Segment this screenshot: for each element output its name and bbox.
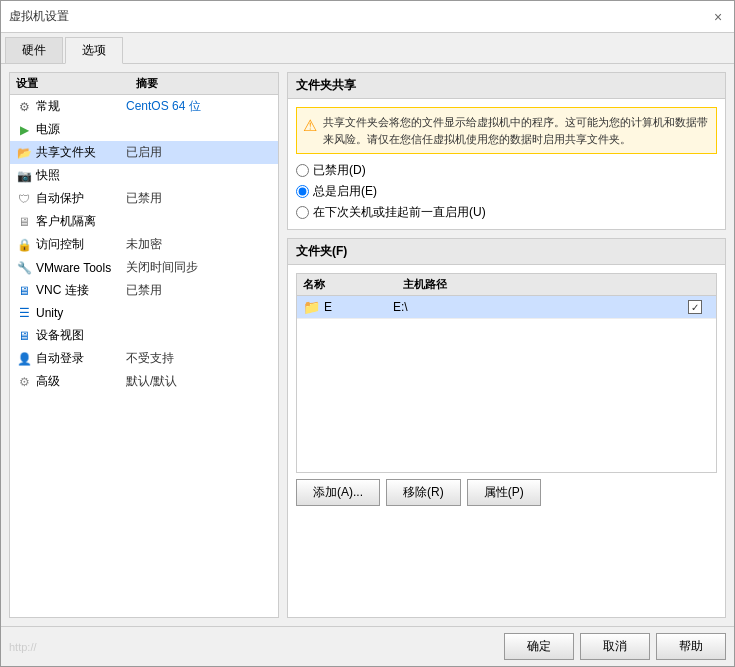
- file-sharing-section: 文件夹共享 ⚠ 共享文件夹会将您的文件显示给虚拟机中的程序。这可能为您的计算机和…: [287, 72, 726, 230]
- confirm-button[interactable]: 确定: [504, 633, 574, 660]
- devices-icon: 🖥: [16, 328, 32, 344]
- file-sharing-content: ⚠ 共享文件夹会将您的文件显示给虚拟机中的程序。这可能为您的计算机和数据带来风险…: [288, 99, 725, 229]
- access-icon: 🔒: [16, 237, 32, 253]
- sidebar-item-advanced[interactable]: ⚙高级默认/默认: [10, 370, 278, 393]
- general-icon: ⚙: [16, 99, 32, 115]
- folder-path: E:\: [393, 300, 680, 314]
- option-disabled-label: 已禁用(D): [313, 162, 366, 179]
- sidebar-item-label-vnc: VNC 连接: [36, 282, 126, 299]
- advanced-icon: ⚙: [16, 374, 32, 390]
- bottom-bar: http:// 确定 取消 帮助: [1, 626, 734, 666]
- sharing-options: 已禁用(D) 总是启用(E) 在下次关机或挂起前一直启用(U): [296, 162, 717, 221]
- folder-section: 文件夹(F) 名称 主机路径 📁EE:\✓ 添加(A)... 移除(R) 属性(: [287, 238, 726, 618]
- sidebar-item-summary-vnc: 已禁用: [126, 282, 272, 299]
- sidebar-item-label-vmtools: VMware Tools: [36, 261, 126, 275]
- sidebar-item-label-devices: 设备视图: [36, 327, 126, 344]
- shared_folders-icon: 📂: [16, 145, 32, 161]
- sidebar-item-label-isolation: 客户机隔离: [36, 213, 126, 230]
- left-items-list: ⚙常规CentOS 64 位▶电源📂共享文件夹已启用📷快照🛡自动保护已禁用🖥客户…: [10, 95, 278, 393]
- sidebar-item-summary-general: CentOS 64 位: [126, 98, 272, 115]
- remove-folder-button[interactable]: 移除(R): [386, 479, 461, 506]
- sidebar-item-vmtools[interactable]: 🔧VMware Tools关闭时间同步: [10, 256, 278, 279]
- sidebar-item-snapshot[interactable]: 📷快照: [10, 164, 278, 187]
- checkbox-checked: ✓: [688, 300, 702, 314]
- folder-buttons: 添加(A)... 移除(R) 属性(P): [296, 479, 717, 506]
- autoprotect-icon: 🛡: [16, 191, 32, 207]
- left-header: 设置 摘要: [10, 73, 278, 95]
- power-icon: ▶: [16, 122, 32, 138]
- sidebar-item-vnc[interactable]: 🖥VNC 连接已禁用: [10, 279, 278, 302]
- sidebar-item-summary-vmtools: 关闭时间同步: [126, 259, 272, 276]
- title-bar: 虚拟机设置 ×: [1, 1, 734, 33]
- vnc-icon: 🖥: [16, 283, 32, 299]
- sidebar-item-unity[interactable]: ☰Unity: [10, 302, 278, 324]
- sidebar-item-isolation[interactable]: 🖥客户机隔离: [10, 210, 278, 233]
- file-sharing-title: 文件夹共享: [288, 73, 725, 99]
- warning-box: ⚠ 共享文件夹会将您的文件显示给虚拟机中的程序。这可能为您的计算机和数据带来风险…: [296, 107, 717, 154]
- sidebar-item-summary-autoprotect: 已禁用: [126, 190, 272, 207]
- sidebar-item-label-autoprotect: 自动保护: [36, 190, 126, 207]
- content-area: 设置 摘要 ⚙常规CentOS 64 位▶电源📂共享文件夹已启用📷快照🛡自动保护…: [1, 64, 734, 626]
- vmtools-icon: 🔧: [16, 260, 32, 276]
- option-always[interactable]: 总是启用(E): [296, 183, 717, 200]
- col-header-name: 名称: [303, 277, 403, 292]
- sidebar-item-label-access: 访问控制: [36, 236, 126, 253]
- cancel-button[interactable]: 取消: [580, 633, 650, 660]
- folder-name: E: [324, 300, 332, 314]
- option-always-label: 总是启用(E): [313, 183, 377, 200]
- isolation-icon: 🖥: [16, 214, 32, 230]
- option-until-shutdown-label: 在下次关机或挂起前一直启用(U): [313, 204, 486, 221]
- sidebar-item-autoprotect[interactable]: 🛡自动保护已禁用: [10, 187, 278, 210]
- header-setting: 设置: [16, 76, 136, 91]
- sidebar-item-label-power: 电源: [36, 121, 126, 138]
- tab-bar: 硬件 选项: [1, 33, 734, 64]
- main-window: 虚拟机设置 × 硬件 选项 设置 摘要 ⚙常规CentOS 64 位▶电源📂共享…: [0, 0, 735, 667]
- sidebar-item-label-unity: Unity: [36, 306, 126, 320]
- folder-rows: 📁EE:\✓: [297, 296, 716, 319]
- sidebar-item-summary-shared_folders: 已启用: [126, 144, 272, 161]
- option-disabled[interactable]: 已禁用(D): [296, 162, 717, 179]
- snapshot-icon: 📷: [16, 168, 32, 184]
- radio-until-shutdown[interactable]: [296, 206, 309, 219]
- folder-table-header: 名称 主机路径: [297, 274, 716, 296]
- tab-options[interactable]: 选项: [65, 37, 123, 64]
- sidebar-item-devices[interactable]: 🖥设备视图: [10, 324, 278, 347]
- radio-disabled[interactable]: [296, 164, 309, 177]
- folder-section-content: 名称 主机路径 📁EE:\✓ 添加(A)... 移除(R) 属性(P): [288, 265, 725, 617]
- close-button[interactable]: ×: [710, 9, 726, 25]
- sidebar-item-summary-advanced: 默认/默认: [126, 373, 272, 390]
- folder-section-title: 文件夹(F): [288, 239, 725, 265]
- folder-row-folder_e[interactable]: 📁EE:\✓: [297, 296, 716, 319]
- sidebar-item-label-general: 常规: [36, 98, 126, 115]
- left-panel: 设置 摘要 ⚙常规CentOS 64 位▶电源📂共享文件夹已启用📷快照🛡自动保护…: [9, 72, 279, 618]
- sidebar-item-access[interactable]: 🔒访问控制未加密: [10, 233, 278, 256]
- sidebar-item-shared_folders[interactable]: 📂共享文件夹已启用: [10, 141, 278, 164]
- help-button[interactable]: 帮助: [656, 633, 726, 660]
- tab-hardware[interactable]: 硬件: [5, 37, 63, 63]
- sidebar-item-power[interactable]: ▶电源: [10, 118, 278, 141]
- sidebar-item-label-autologin: 自动登录: [36, 350, 126, 367]
- autologin-icon: 👤: [16, 351, 32, 367]
- sidebar-item-autologin[interactable]: 👤自动登录不受支持: [10, 347, 278, 370]
- header-summary: 摘要: [136, 76, 272, 91]
- warning-icon: ⚠: [303, 114, 317, 147]
- properties-folder-button[interactable]: 属性(P): [467, 479, 541, 506]
- folder-table: 名称 主机路径 📁EE:\✓: [296, 273, 717, 473]
- col-header-path: 主机路径: [403, 277, 680, 292]
- sidebar-item-general[interactable]: ⚙常规CentOS 64 位: [10, 95, 278, 118]
- sidebar-item-label-shared_folders: 共享文件夹: [36, 144, 126, 161]
- sidebar-item-summary-access: 未加密: [126, 236, 272, 253]
- folder-name-cell: 📁E: [303, 299, 393, 315]
- sidebar-item-label-advanced: 高级: [36, 373, 126, 390]
- warning-text: 共享文件夹会将您的文件显示给虚拟机中的程序。这可能为您的计算机和数据带来风险。请…: [323, 114, 710, 147]
- option-until-shutdown[interactable]: 在下次关机或挂起前一直启用(U): [296, 204, 717, 221]
- folder-enabled-check: ✓: [680, 300, 710, 314]
- sidebar-item-summary-autologin: 不受支持: [126, 350, 272, 367]
- sidebar-item-label-snapshot: 快照: [36, 167, 126, 184]
- folder-icon: 📁: [303, 299, 320, 315]
- right-panel: 文件夹共享 ⚠ 共享文件夹会将您的文件显示给虚拟机中的程序。这可能为您的计算机和…: [287, 72, 726, 618]
- add-folder-button[interactable]: 添加(A)...: [296, 479, 380, 506]
- radio-always[interactable]: [296, 185, 309, 198]
- unity-icon: ☰: [16, 305, 32, 321]
- col-header-enabled: [680, 277, 710, 292]
